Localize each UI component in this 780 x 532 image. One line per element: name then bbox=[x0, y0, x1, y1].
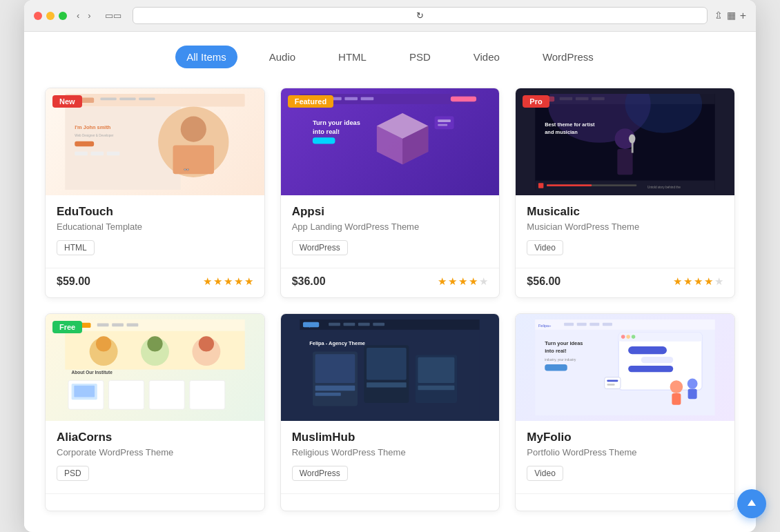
item-card-musicalic[interactable]: Pro bbox=[515, 88, 735, 298]
svg-rect-93 bbox=[577, 322, 587, 326]
item-card-aliacorns[interactable]: Free bbox=[45, 313, 265, 511]
svg-rect-67 bbox=[190, 380, 225, 409]
item-footer-myfolio bbox=[516, 493, 734, 511]
svg-rect-10 bbox=[90, 151, 104, 155]
svg-text:into real!: into real! bbox=[545, 348, 566, 354]
svg-rect-19 bbox=[345, 97, 358, 100]
item-subtitle-edutouch: Educational Template bbox=[57, 221, 253, 232]
svg-point-104 bbox=[627, 335, 631, 339]
item-tag-aliacorns: PSD bbox=[57, 466, 89, 481]
svg-rect-53 bbox=[97, 323, 109, 326]
svg-rect-90 bbox=[535, 319, 714, 330]
duplicate-icon[interactable]: ▦ bbox=[727, 10, 736, 22]
item-body-myfolio: MyFolio Portfolio WordPress Theme Video bbox=[516, 421, 734, 491]
item-card-appsi[interactable]: Featured Turn your ideas into real! bbox=[280, 88, 500, 298]
item-tag-myfolio: Video bbox=[527, 466, 563, 481]
item-body-muslimhub: MuslimHub Religious WordPress Theme Word… bbox=[281, 421, 500, 491]
svg-rect-112 bbox=[688, 388, 697, 399]
svg-rect-88 bbox=[418, 386, 455, 391]
address-bar[interactable]: ↻ bbox=[133, 7, 708, 24]
item-title-aliacorns: AliaCorns bbox=[57, 431, 253, 444]
item-footer-aliacorns bbox=[46, 493, 264, 511]
filter-all-items[interactable]: All Items bbox=[175, 46, 237, 68]
svg-rect-71 bbox=[300, 319, 480, 330]
scroll-top-button[interactable] bbox=[737, 489, 766, 518]
item-card-edutouch[interactable]: New I'm John smith Web Designer & Develo… bbox=[45, 88, 265, 298]
svg-point-109 bbox=[670, 380, 683, 393]
filter-psd[interactable]: PSD bbox=[398, 46, 442, 68]
svg-text:industry, your industry: industry, your industry bbox=[545, 357, 576, 361]
svg-rect-84 bbox=[367, 348, 407, 380]
svg-rect-21 bbox=[451, 96, 476, 101]
svg-text:Turn your ideas: Turn your ideas bbox=[313, 119, 360, 126]
svg-text:and musician: and musician bbox=[545, 128, 578, 135]
filter-html[interactable]: HTML bbox=[327, 46, 378, 68]
thumbnail-musicalic: Pro bbox=[516, 88, 734, 195]
thumbnail-muslimhub: Felipa+ Felipa - Agency Theme bbox=[281, 314, 500, 421]
svg-rect-81 bbox=[315, 386, 355, 391]
item-title-edutouch: EduTouch bbox=[57, 205, 253, 219]
filter-video[interactable]: Video bbox=[462, 46, 511, 68]
svg-rect-20 bbox=[361, 97, 374, 100]
svg-rect-29 bbox=[435, 116, 454, 129]
thumbnail-svg-myfolio: Felipa+ Turn your ideas into real! indus… bbox=[527, 319, 723, 416]
item-title-appsi: Appsi bbox=[292, 205, 489, 219]
svg-rect-66 bbox=[149, 380, 184, 409]
thumbnail-svg-edutouch: I'm John smith Web Designer & Developer … bbox=[57, 94, 253, 190]
svg-rect-102 bbox=[618, 337, 702, 342]
close-button[interactable] bbox=[34, 12, 42, 20]
svg-rect-87 bbox=[418, 357, 455, 383]
item-title-musicalic: Musicalic bbox=[527, 205, 723, 219]
item-rating-appsi: ★ ★ ★ ★ ★ bbox=[438, 275, 488, 288]
svg-rect-4 bbox=[139, 97, 155, 100]
svg-rect-106 bbox=[628, 346, 667, 354]
item-card-myfolio[interactable]: Felipa+ Turn your ideas into real! indus… bbox=[515, 313, 735, 511]
svg-rect-115 bbox=[607, 384, 615, 386]
item-price-edutouch: $59.00 bbox=[57, 275, 90, 288]
star-5: ★ bbox=[244, 275, 253, 288]
back-button[interactable]: ‹ bbox=[74, 9, 82, 22]
filter-wordpress[interactable]: WordPress bbox=[532, 46, 605, 68]
new-tab-icon[interactable]: + bbox=[740, 10, 746, 22]
svg-text:Untold story behind the: Untold story behind the bbox=[647, 185, 681, 188]
browser-toolbar: ‹ › ▭▭ ↻ ⇫ ▦ + bbox=[24, 0, 756, 32]
svg-rect-69 bbox=[74, 386, 95, 397]
item-subtitle-myfolio: Portfolio WordPress Theme bbox=[527, 447, 723, 457]
thumbnail-svg-musicalic: Best theme for artist and musician Untol… bbox=[527, 94, 723, 190]
item-subtitle-muslimhub: Religious WordPress Theme bbox=[292, 447, 489, 457]
svg-rect-114 bbox=[607, 380, 618, 382]
svg-rect-82 bbox=[315, 393, 341, 396]
svg-rect-113 bbox=[605, 377, 621, 388]
maximize-button[interactable] bbox=[59, 12, 67, 20]
item-tag-muslimhub: WordPress bbox=[292, 466, 348, 481]
star-3: ★ bbox=[224, 275, 233, 288]
item-title-myfolio: MyFolio bbox=[527, 431, 723, 444]
svg-rect-55 bbox=[126, 323, 138, 326]
share-icon[interactable]: ⇫ bbox=[714, 10, 723, 22]
svg-rect-2 bbox=[100, 97, 116, 100]
filter-audio[interactable]: Audio bbox=[258, 46, 306, 68]
svg-rect-49 bbox=[547, 184, 592, 186]
item-body-appsi: Appsi App Landing WordPress Theme WordPr… bbox=[281, 195, 500, 265]
item-subtitle-appsi: App Landing WordPress Theme bbox=[292, 221, 489, 232]
item-card-muslimhub[interactable]: Felipa+ Felipa - Agency Theme bbox=[280, 313, 500, 511]
star-2: ★ bbox=[213, 275, 222, 288]
badge-featured: Featured bbox=[288, 95, 333, 108]
svg-rect-77 bbox=[373, 322, 385, 326]
item-tag-musicalic: Video bbox=[527, 240, 563, 255]
forward-button[interactable]: › bbox=[85, 9, 93, 22]
refresh-icon: ↻ bbox=[416, 10, 424, 21]
svg-point-60 bbox=[147, 336, 162, 351]
svg-rect-54 bbox=[112, 323, 124, 326]
svg-point-62 bbox=[199, 336, 214, 351]
item-tag-appsi: WordPress bbox=[292, 240, 348, 255]
svg-point-13 bbox=[181, 116, 206, 141]
view-toggle-button[interactable]: ▭▭ bbox=[101, 9, 126, 22]
svg-text:into real!: into real! bbox=[313, 128, 340, 135]
svg-rect-80 bbox=[315, 354, 355, 383]
svg-rect-95 bbox=[603, 322, 612, 326]
svg-text:Turn your ideas: Turn your ideas bbox=[545, 340, 583, 346]
item-title-muslimhub: MuslimHub bbox=[292, 431, 489, 444]
minimize-button[interactable] bbox=[46, 12, 55, 20]
svg-rect-76 bbox=[358, 322, 370, 326]
